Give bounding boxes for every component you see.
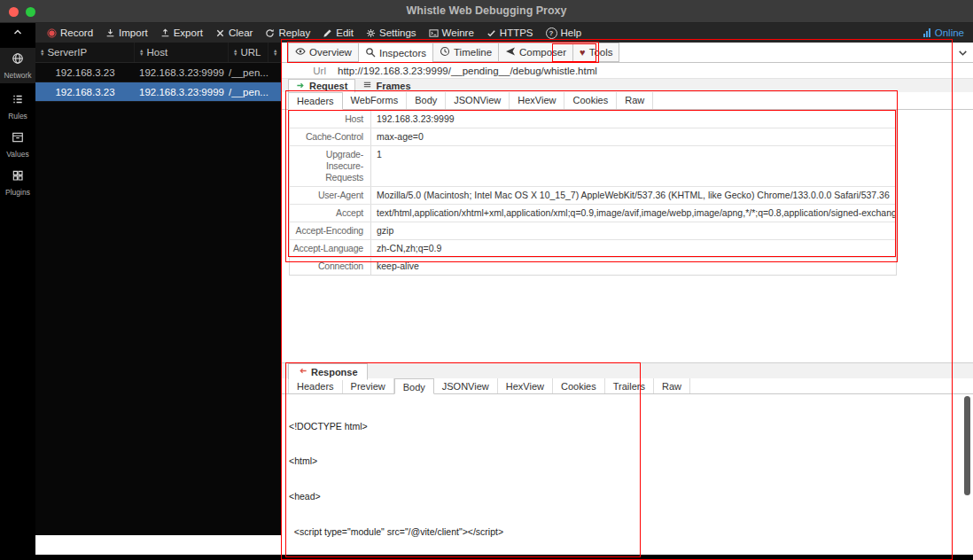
values-box-icon <box>12 131 24 147</box>
https-label: HTTPS <box>500 27 533 38</box>
clear-icon <box>215 28 225 38</box>
sort-icon[interactable]: ▲▼ <box>233 49 237 57</box>
help-icon: ? <box>546 27 557 39</box>
zoom-button[interactable] <box>26 7 35 17</box>
column-header-serverip[interactable]: ▲▼ ServerIP <box>35 43 135 62</box>
sidebar-item-plugins[interactable]: Plugins <box>0 165 35 197</box>
gear-icon <box>366 28 376 38</box>
record-button[interactable]: Record <box>41 23 99 43</box>
sidebar-item-label: Network <box>4 71 31 80</box>
edit-label: Edit <box>336 27 354 38</box>
whistle-window: Whistle Web Debugging Proxy Record Impor… <box>0 0 973 560</box>
export-button[interactable]: Export <box>154 23 209 43</box>
import-icon <box>105 28 115 38</box>
table-row-selected[interactable]: 192.168.3.23 192.168.3.23:9999 /__pen... <box>35 82 281 102</box>
network-list-footer <box>35 535 281 555</box>
sort-icon[interactable]: ▲▼ <box>273 49 277 57</box>
replay-label: Replay <box>278 27 310 38</box>
sort-icon[interactable]: ▲▼ <box>139 49 144 57</box>
inspect-highlight-rect <box>552 43 596 62</box>
column-label: Host <box>146 47 167 58</box>
globe-icon <box>12 52 24 68</box>
cell-host: 192.168.3.23:9999 <box>135 67 229 78</box>
network-list-header: ▲▼ ServerIP ▲▼ Host ▲▼ URL ▲▼ <box>35 43 281 63</box>
close-button[interactable] <box>9 7 19 17</box>
network-list: ▲▼ ServerIP ▲▼ Host ▲▼ URL ▲▼ 192.168.3.… <box>35 43 281 560</box>
record-icon <box>47 28 57 38</box>
rules-list-icon <box>12 93 24 109</box>
table-row[interactable]: 192.168.3.23 192.168.3.23:9999 /__pen... <box>35 63 281 82</box>
edit-pencil-icon <box>323 28 332 38</box>
sort-icon[interactable]: ▲▼ <box>40 49 44 57</box>
record-label: Record <box>60 27 93 38</box>
inspect-highlight-rect <box>288 110 896 257</box>
chevron-up-icon <box>12 25 23 41</box>
window-title: Whistle Web Debugging Proxy <box>0 0 973 22</box>
column-label: ServerIP <box>47 47 87 58</box>
sidebar-item-label: Rules <box>8 112 27 121</box>
settings-label: Settings <box>379 27 416 38</box>
import-label: Import <box>119 27 148 38</box>
help-label: Help <box>561 27 582 38</box>
console-icon <box>429 28 439 38</box>
collapse-menu-button[interactable] <box>0 23 35 43</box>
column-header-url[interactable]: ▲▼ URL <box>229 43 269 62</box>
column-header-partial[interactable]: ▲▼ <box>269 43 281 62</box>
signal-bars-icon <box>923 28 930 37</box>
inspect-highlight-rect <box>285 362 641 557</box>
cell-host: 192.168.3.23:9999 <box>135 87 229 97</box>
export-icon <box>160 28 170 38</box>
online-label: Online <box>935 27 964 38</box>
clear-button[interactable]: Clear <box>209 23 259 43</box>
replay-icon <box>265 28 275 38</box>
sidebar: Network Rules Values Plugins <box>0 43 35 560</box>
titlebar: Whistle Web Debugging Proxy <box>0 0 973 23</box>
sidebar-item-rules[interactable]: Rules <box>0 89 35 121</box>
chevron-down-icon[interactable] <box>957 46 969 62</box>
clear-label: Clear <box>229 27 253 38</box>
sidebar-item-label: Values <box>6 150 28 159</box>
check-icon <box>486 28 496 38</box>
sidebar-item-values[interactable]: Values <box>0 127 35 159</box>
cell-url: /__pen... <box>229 87 269 97</box>
sidebar-item-network[interactable]: Network <box>0 48 35 83</box>
cell-url: /__pen... <box>229 67 269 78</box>
sidebar-item-label: Plugins <box>5 188 30 197</box>
column-header-host[interactable]: ▲▼ Host <box>135 43 229 62</box>
vertical-scrollbar[interactable] <box>964 396 970 495</box>
plugins-grid-icon <box>12 169 24 185</box>
weinre-label: Weinre <box>442 27 474 38</box>
import-button[interactable]: Import <box>99 23 154 43</box>
cell-serverip: 192.168.3.23 <box>35 67 135 78</box>
export-label: Export <box>174 27 203 38</box>
cell-serverip: 192.168.3.23 <box>35 87 135 97</box>
column-label: URL <box>240 47 261 58</box>
